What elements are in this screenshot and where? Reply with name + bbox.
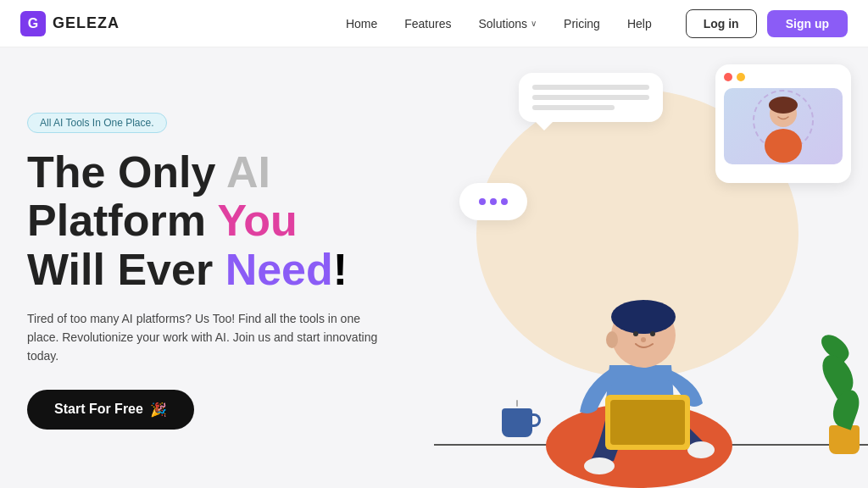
main-content: All AI Tools In One Place. The Only AI P…: [0, 47, 868, 488]
steam-1: [516, 400, 518, 407]
title-will-ever: Will Ever: [27, 245, 225, 294]
nav-links: Home Features Solutions Pricing Help: [346, 16, 652, 31]
svg-point-5: [584, 458, 615, 474]
video-avatar-svg: [741, 88, 826, 164]
nav-home[interactable]: Home: [346, 17, 377, 30]
brand-name: GELEZA: [53, 14, 120, 32]
title-need: Need: [225, 245, 333, 294]
svg-point-3: [765, 129, 802, 163]
title-exclaim: !: [333, 245, 348, 294]
right-section: [434, 47, 868, 488]
minimize-dot: [737, 73, 745, 81]
plant: [829, 341, 860, 454]
close-dot: [724, 73, 732, 81]
logo-area: G GELEZA: [20, 11, 120, 36]
start-free-emoji: 🎉: [150, 402, 167, 418]
plant-pot: [829, 425, 860, 454]
plant-leaves: [829, 341, 860, 424]
nav-features[interactable]: Features: [404, 17, 451, 30]
dot-2: [490, 198, 497, 205]
nav-help[interactable]: Help: [627, 17, 652, 30]
chat-line-3: [532, 105, 615, 110]
svg-rect-8: [610, 400, 685, 445]
dot-3: [501, 198, 508, 205]
left-section: All AI Tools In One Place. The Only AI P…: [0, 47, 434, 488]
cup-body: [502, 408, 532, 437]
logo-icon: G: [20, 11, 46, 36]
svg-point-13: [606, 331, 618, 348]
start-free-button[interactable]: Start For Free 🎉: [27, 390, 194, 430]
badge: All AI Tools In One Place.: [27, 113, 167, 133]
nav-pricing[interactable]: Pricing: [564, 17, 600, 30]
svg-point-6: [687, 441, 715, 458]
title-the-only: The Only: [27, 147, 226, 197]
title-you: You: [217, 196, 297, 245]
coffee-cup: [502, 400, 532, 437]
nav-auth: Log in Sign up: [686, 9, 848, 38]
dot-1: [479, 198, 486, 205]
dots-bubble: [459, 183, 527, 220]
svg-point-11: [633, 331, 638, 336]
login-button[interactable]: Log in: [686, 9, 757, 38]
video-avatar: [724, 88, 843, 164]
video-card-header: [724, 73, 843, 81]
video-card: [715, 64, 851, 183]
hero-subtitle: Tired of too many AI platforms? Us Too! …: [27, 309, 383, 366]
svg-point-12: [650, 331, 655, 336]
chat-line-2: [532, 95, 649, 100]
svg-point-10: [611, 300, 676, 334]
navbar: G GELEZA Home Features Solutions Pricing…: [0, 0, 868, 47]
svg-point-14: [641, 337, 646, 342]
chat-bubble: [519, 73, 663, 122]
signup-button[interactable]: Sign up: [767, 10, 848, 37]
hero-title: The Only AI Platform You Will Ever Need!: [27, 148, 407, 294]
main-person-illustration: [520, 200, 758, 488]
title-ai: AI: [226, 147, 270, 197]
svg-point-2: [769, 97, 798, 114]
title-platform: Platform: [27, 196, 217, 245]
start-free-label: Start For Free: [54, 402, 143, 417]
chat-line-1: [532, 85, 649, 90]
nav-solutions[interactable]: Solutions: [478, 17, 537, 30]
